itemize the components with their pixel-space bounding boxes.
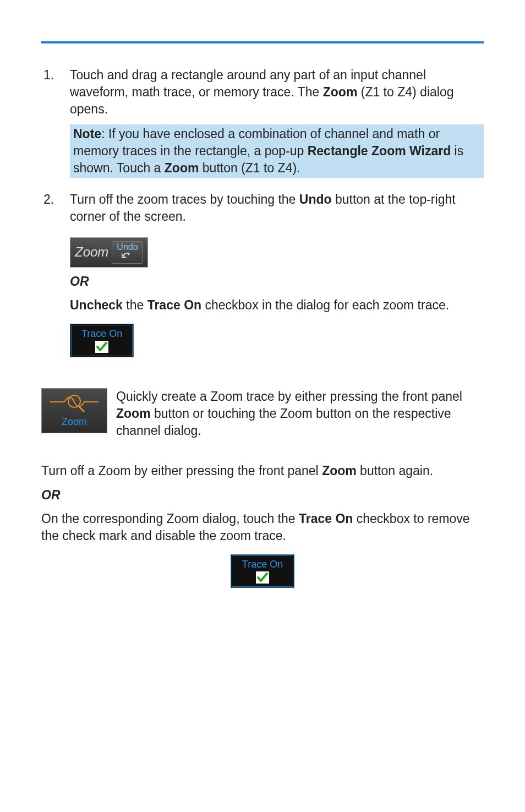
undo-button[interactable]: Undo <box>112 241 143 264</box>
trace-on-label: Trace On <box>242 558 283 571</box>
step-1-text: Touch and drag a rectangle around any pa… <box>70 67 484 118</box>
text: button or touching the Zoom button on th… <box>116 406 451 438</box>
center-trace-on: Trace On <box>41 551 484 588</box>
trace-on-label: Trace On <box>81 327 122 340</box>
on-corresponding-para: On the corresponding Zoom dialog, touch … <box>41 510 484 544</box>
zoom-word: Zoom <box>322 464 357 478</box>
zoom-undo-screenshot: Zoom Undo <box>70 237 148 268</box>
zoom-front-panel-button[interactable]: Zoom <box>41 388 107 433</box>
text: Turn off the zoom traces by touching the <box>70 192 299 206</box>
check-icon <box>96 342 107 352</box>
check-icon <box>257 573 268 582</box>
zoom-word: Zoom <box>116 406 151 421</box>
zoom-word: Zoom <box>165 161 199 175</box>
step-number: 2. <box>41 191 70 357</box>
trace-on-word: Trace On <box>299 511 353 526</box>
zoom-word: Zoom <box>323 85 358 99</box>
or-divider-bottom: OR <box>41 487 484 504</box>
text: On the corresponding Zoom dialog, touch … <box>41 511 299 526</box>
step-2-text: Turn off the zoom traces by touching the… <box>70 191 484 225</box>
note-box: Note: If you have enclosed a combination… <box>70 124 484 178</box>
rectangle-zoom-wizard: Rectangle Zoom Wizard <box>308 144 451 158</box>
uncheck-line: Uncheck the Trace On checkbox in the dia… <box>70 297 484 314</box>
zoom-button-row: Zoom Quickly create a Zoom trace by eith… <box>41 388 484 439</box>
text: Quickly create a Zoom trace by either pr… <box>116 389 462 404</box>
undo-arrow-icon <box>117 252 138 261</box>
zoom-wave-icon <box>42 389 107 415</box>
step-body: Touch and drag a rectangle around any pa… <box>70 67 484 184</box>
text: button again. <box>357 464 433 478</box>
numbered-steps: 1. Touch and drag a rectangle around any… <box>41 67 484 357</box>
note-label: Note <box>73 127 101 141</box>
trace-on-word: Trace On <box>147 298 201 312</box>
trace-on-checkbox-screenshot: Trace On <box>70 324 134 357</box>
trace-on-checkbox[interactable] <box>256 571 269 584</box>
text: button (Z1 to Z4). <box>199 161 300 175</box>
step-1: 1. Touch and drag a rectangle around any… <box>41 67 484 184</box>
svg-line-3 <box>79 406 84 412</box>
step-2: 2. Turn off the zoom traces by touching … <box>41 191 484 357</box>
text: checkbox in the dialog for each zoom tra… <box>201 298 449 312</box>
text: Turn off a Zoom by either pressing the f… <box>41 464 322 478</box>
step-number: 1. <box>41 67 70 184</box>
zoom-row-text: Quickly create a Zoom trace by either pr… <box>116 388 484 439</box>
step-body: Turn off the zoom traces by touching the… <box>70 191 484 357</box>
zoom-text-label: Zoom <box>75 243 108 261</box>
trace-on-checkbox[interactable] <box>95 341 108 353</box>
top-rule <box>41 41 484 43</box>
document-page: 1. Touch and drag a rectangle around any… <box>0 0 525 643</box>
undo-word: Undo <box>299 192 332 206</box>
zoom-button-label: Zoom <box>42 415 107 428</box>
or-divider: OR <box>70 273 484 290</box>
trace-on-checkbox-screenshot-bottom: Trace On <box>231 554 294 588</box>
uncheck-word: Uncheck <box>70 298 123 312</box>
text: the <box>123 298 147 312</box>
undo-button-label: Undo <box>117 242 138 252</box>
turn-off-para: Turn off a Zoom by either pressing the f… <box>41 462 484 479</box>
